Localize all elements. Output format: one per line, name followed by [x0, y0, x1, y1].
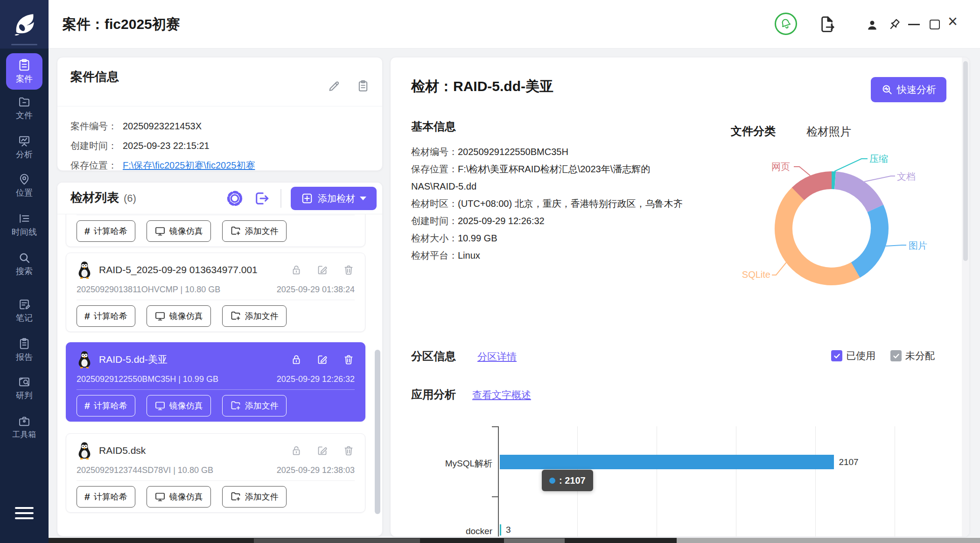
mirror-emulation-button[interactable]: 镜像仿真 — [147, 395, 211, 416]
delete-icon[interactable] — [343, 264, 355, 276]
checkbox-unallocated-box[interactable] — [890, 350, 902, 361]
evidence-list-panel: #计算哈希 镜像仿真 添加文件 RAID-5_2025-09-29 013634… — [57, 182, 383, 536]
minimize-button[interactable] — [908, 24, 920, 25]
detail-scrollbar-thumb[interactable] — [963, 61, 968, 261]
donut-label-sqlite: SQLite — [741, 269, 770, 280]
sidebar-item-report[interactable]: 报告 — [0, 337, 49, 363]
collapse-menu-icon[interactable] — [15, 507, 34, 519]
monitor-icon — [154, 226, 166, 237]
delete-icon[interactable] — [343, 353, 355, 366]
lock-icon[interactable] — [290, 264, 302, 276]
divider — [77, 300, 355, 300]
hash-button[interactable]: #计算哈希 — [77, 395, 135, 416]
axis-tick — [492, 426, 498, 427]
evidence-meta: 20250929122550BMC35H | 10.99 GB — [77, 374, 218, 384]
app-analysis-title: 应用分析 — [411, 387, 456, 402]
evidence-count: (6) — [124, 192, 136, 204]
edit-case-icon[interactable] — [327, 79, 341, 93]
donut-label-compressed: 压缩 — [869, 153, 888, 165]
sidebar-item-notes[interactable]: 笔记 — [0, 298, 49, 324]
delete-icon[interactable] — [343, 444, 355, 457]
mirror-emulation-button[interactable]: 镜像仿真 — [147, 486, 211, 508]
checkbox-used[interactable]: 已使用 — [831, 349, 875, 362]
check-icon — [833, 353, 840, 360]
settings-gear-icon[interactable] — [225, 189, 244, 208]
lock-icon[interactable] — [290, 353, 302, 366]
sidebar-item-search[interactable]: 搜索 — [0, 251, 49, 277]
evidence-card[interactable]: RAID5.dsk 20250929123744SD78VI | 10.80 G… — [66, 433, 365, 513]
divider — [77, 480, 355, 481]
save-path-link[interactable]: F:\保存\fic2025初赛\fic2025初赛 — [123, 160, 255, 170]
checkbox-unallocated[interactable]: 未分配 — [890, 349, 935, 362]
sidebar-item-case[interactable]: 案件 — [6, 53, 42, 90]
linux-tux-icon — [77, 261, 92, 279]
folder-plus-icon — [230, 400, 241, 411]
hash-button[interactable]: #计算哈希 — [77, 220, 135, 242]
divider — [57, 106, 382, 106]
add-file-button[interactable]: 添加文件 — [222, 486, 287, 508]
mirror-emulation-button[interactable]: 镜像仿真 — [147, 305, 211, 327]
edit-icon[interactable] — [316, 353, 329, 366]
case-info-card: 案件信息 案件编号：20250923221453X 创建时间：2025-09-2… — [57, 57, 383, 171]
user-icon[interactable] — [865, 18, 879, 34]
partition-detail-link[interactable]: 分区详情 — [477, 350, 517, 363]
image-search-icon — [18, 375, 31, 388]
sidebar-item-label: 时间线 — [0, 226, 49, 238]
info-row: 保存位置：F:\检材\美亚杯RAID检材汇总\2023年\潘志辉的NAS\RAI… — [411, 161, 691, 195]
chevron-down-icon — [360, 197, 366, 200]
mirror-emulation-button[interactable]: 镜像仿真 — [147, 220, 211, 242]
monitor-icon — [154, 400, 166, 411]
info-row: 检材编号：20250929122550BMC35H — [411, 143, 691, 161]
notification-bell-icon[interactable] — [775, 13, 797, 35]
quick-analysis-button[interactable]: 快速分析 — [871, 77, 946, 102]
quick-analysis-icon — [881, 84, 893, 96]
leaf-logo-icon — [11, 11, 38, 38]
donut-label-document: 文档 — [897, 170, 916, 183]
bar-mysql[interactable] — [500, 455, 834, 469]
maximize-button[interactable] — [930, 20, 940, 29]
pin-icon[interactable] — [886, 17, 902, 33]
evidence-name: RAID-5_2025-09-29 013634977.001 — [99, 264, 284, 275]
gridline — [736, 426, 736, 537]
hash-button[interactable]: #计算哈希 — [77, 305, 135, 327]
map-pin-icon — [18, 173, 31, 186]
export-report-icon[interactable] — [818, 14, 837, 34]
hash-button[interactable]: #计算哈希 — [77, 486, 135, 508]
add-file-button[interactable]: 添加文件 — [222, 220, 287, 242]
edit-icon[interactable] — [316, 444, 329, 457]
add-evidence-button[interactable]: 添加检材 — [291, 187, 377, 210]
copy-case-info-icon[interactable] — [356, 79, 370, 93]
evidence-list-scrollbar[interactable] — [375, 350, 380, 514]
sidebar-item-analysis[interactable]: 分析 — [0, 134, 49, 160]
bar-docker[interactable] — [500, 524, 501, 536]
sidebar-item-label: 案件 — [6, 73, 42, 85]
search-icon — [18, 251, 31, 264]
checkbox-used-box[interactable] — [831, 350, 842, 361]
text-summary-link[interactable]: 查看文字概述 — [472, 388, 531, 402]
series-dot-icon — [549, 478, 555, 484]
divider — [77, 389, 355, 390]
lock-icon[interactable] — [290, 444, 302, 457]
evidence-card-selected[interactable]: RAID-5.dd-美亚 20250929122550BMC35H | 10.9… — [66, 342, 365, 422]
close-button[interactable]: × — [948, 13, 958, 30]
sidebar-item-location[interactable]: 位置 — [0, 173, 49, 198]
add-file-button[interactable]: 添加文件 — [222, 395, 287, 416]
case-save-path-row: 保存位置：F:\保存\fic2025初赛\fic2025初赛 — [70, 155, 255, 175]
sidebar-item-files[interactable]: 文件 — [0, 95, 49, 121]
evidence-card[interactable]: RAID-5_2025-09-29 013634977.001 20250929… — [66, 253, 365, 332]
sidebar-item-label: 文件 — [0, 110, 49, 121]
bar-value-label: 3 — [506, 525, 511, 535]
donut-label-webpage: 网页 — [771, 161, 790, 173]
note-pencil-icon — [18, 298, 31, 311]
add-file-button[interactable]: 添加文件 — [222, 305, 287, 327]
sidebar-item-timeline[interactable]: 时间线 — [0, 212, 49, 238]
monitor-icon — [154, 310, 166, 322]
sidebar-item-judge[interactable]: 研判 — [0, 375, 49, 401]
clipboard-icon — [17, 58, 31, 72]
sidebar-item-toolbox[interactable]: 工具箱 — [0, 415, 49, 440]
edit-icon[interactable] — [316, 264, 329, 276]
folder-plus-icon — [230, 310, 241, 322]
detail-scrollbar-track[interactable] — [962, 57, 969, 536]
export-list-icon[interactable] — [253, 190, 270, 207]
logo-divider — [11, 44, 37, 45]
